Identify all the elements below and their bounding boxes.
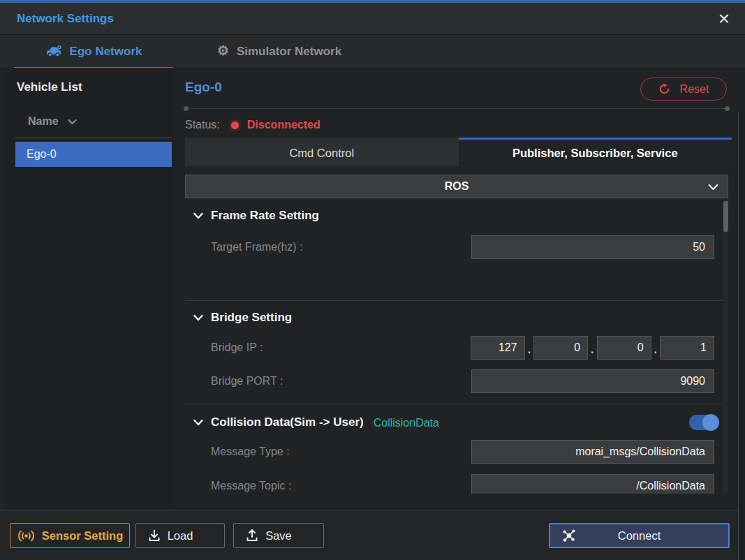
network-nodes-icon bbox=[561, 528, 577, 543]
control-tab-bar: Cmd Control Publisher, Subscriber, Servi… bbox=[185, 138, 732, 166]
section-frame-rate-setting: Frame Rate Setting bbox=[185, 207, 723, 224]
divider-end-dot bbox=[184, 106, 189, 111]
tab-ego-network[interactable]: Ego Network bbox=[14, 35, 173, 68]
message-type-input[interactable] bbox=[471, 440, 714, 464]
field-row: Bridge IP : ... bbox=[211, 336, 714, 360]
vehicle-settings-panel: Ego-0 Reset Status: Disconnected Cmd Con… bbox=[179, 68, 738, 510]
window-title: Network Settings bbox=[17, 12, 114, 26]
ip-separator: . bbox=[591, 344, 593, 356]
message-tag: CollisionData bbox=[374, 417, 439, 429]
collapse-chevron-icon[interactable] bbox=[193, 419, 203, 426]
window-edge-strip bbox=[739, 112, 745, 560]
bridge-ip-octet-4[interactable] bbox=[660, 336, 714, 360]
tab-label: Ego Network bbox=[70, 45, 142, 59]
section-collision-data: Collision Data(Sim -> User) CollisionDat… bbox=[185, 414, 723, 431]
bridge-ip-octet-2[interactable] bbox=[533, 336, 588, 360]
vehicle-name: Ego-0 bbox=[27, 148, 57, 161]
section-title: Collision Data(Sim -> User) bbox=[211, 415, 364, 429]
car-icon bbox=[45, 45, 62, 57]
refresh-icon bbox=[658, 83, 670, 95]
vehicle-row-ego-0[interactable]: Ego-0 bbox=[15, 142, 172, 167]
divider bbox=[185, 300, 723, 301]
selected-vehicle-title: Ego-0 bbox=[185, 80, 222, 95]
target-frame-input[interactable] bbox=[471, 235, 714, 259]
tab-cmd-control[interactable]: Cmd Control bbox=[185, 138, 459, 166]
collapse-chevron-icon[interactable] bbox=[193, 314, 203, 321]
load-label: Load bbox=[168, 529, 193, 543]
field-row: Bridge PORT : bbox=[211, 369, 714, 393]
divider bbox=[15, 138, 172, 138]
status-row: Status: Disconnected bbox=[185, 115, 320, 135]
window-edge-line bbox=[738, 112, 739, 560]
tab-simulator-network[interactable]: ⚙ Simulator Network bbox=[191, 35, 367, 68]
footer-bar: Sensor Setting Load Save bbox=[0, 510, 745, 560]
field-row: Message Type : bbox=[211, 440, 714, 464]
vehicle-list-title: Vehicle List bbox=[17, 80, 82, 94]
section-title: Frame Rate Setting bbox=[211, 209, 319, 223]
section-title: Bridge Setting bbox=[211, 311, 292, 325]
divider bbox=[185, 404, 723, 404]
status-value: Disconnected bbox=[247, 119, 320, 131]
sensor-setting-label: Sensor Setting bbox=[42, 529, 123, 543]
bridge-ip-group: ... bbox=[471, 336, 714, 360]
tab-publisher-subscriber-service[interactable]: Publisher, Subscriber, Service bbox=[459, 138, 732, 166]
field-row: Message Topic : bbox=[211, 474, 714, 494]
collapse-chevron-icon[interactable] bbox=[193, 212, 203, 219]
scrollbar[interactable] bbox=[723, 200, 728, 494]
chevron-down-icon bbox=[68, 119, 77, 125]
toggle-knob bbox=[702, 414, 719, 431]
protocol-dropdown[interactable]: ROS bbox=[185, 175, 728, 198]
vehicle-list-panel: Vehicle List Name Ego-0 bbox=[6, 68, 175, 510]
reset-label: Reset bbox=[680, 83, 709, 96]
titlebar: Network Settings × bbox=[0, 3, 745, 35]
upload-icon bbox=[245, 529, 259, 543]
status-label: Status: bbox=[185, 119, 220, 131]
scrollbar-thumb[interactable] bbox=[723, 201, 728, 232]
section-bridge-setting: Bridge Setting bbox=[185, 309, 723, 326]
message-topic-input[interactable] bbox=[471, 474, 714, 494]
protocol-dropdown-value: ROS bbox=[445, 180, 469, 193]
ip-separator: . bbox=[654, 344, 657, 356]
settings-scroll-area: Frame Rate Setting Target Frame(hz) : Br… bbox=[185, 200, 723, 494]
save-label: Save bbox=[265, 529, 292, 543]
close-button[interactable]: × bbox=[710, 3, 738, 34]
field-label: Bridge IP : bbox=[211, 341, 263, 354]
ip-separator: . bbox=[528, 344, 531, 356]
field-label: Bridge PORT : bbox=[211, 375, 283, 388]
top-tab-bar: Ego Network ⚙ Simulator Network bbox=[0, 35, 745, 68]
broadcast-icon bbox=[17, 530, 36, 542]
divider-end-dot bbox=[725, 106, 730, 111]
collision-data-toggle[interactable] bbox=[689, 415, 718, 430]
bridge-ip-octet-3[interactable] bbox=[597, 336, 651, 360]
field-label: Message Type : bbox=[211, 445, 290, 458]
load-button[interactable]: Load bbox=[135, 523, 225, 548]
network-settings-dialog: Network Settings × Ego Network ⚙ Simulat… bbox=[0, 0, 745, 560]
connect-button[interactable]: Connect bbox=[549, 523, 730, 548]
vehicle-list-sort-header[interactable]: Name bbox=[28, 114, 77, 129]
bridge-port-input[interactable] bbox=[471, 369, 714, 393]
bridge-ip-octet-1[interactable] bbox=[471, 336, 525, 360]
reset-button[interactable]: Reset bbox=[640, 78, 727, 101]
column-header-label: Name bbox=[28, 115, 59, 128]
field-label: Target Frame(hz) : bbox=[211, 241, 303, 253]
status-dot-icon bbox=[231, 121, 239, 129]
sensor-setting-button[interactable]: Sensor Setting bbox=[10, 523, 130, 548]
gear-icon: ⚙ bbox=[217, 44, 229, 57]
chevron-down-icon bbox=[708, 184, 718, 191]
field-row: Target Frame(hz) : bbox=[211, 235, 714, 259]
tab-label: Simulator Network bbox=[237, 45, 341, 59]
download-icon bbox=[147, 529, 161, 543]
save-button[interactable]: Save bbox=[233, 523, 324, 548]
field-label: Message Topic : bbox=[211, 480, 291, 492]
connect-label: Connect bbox=[618, 529, 661, 543]
divider bbox=[185, 108, 728, 109]
